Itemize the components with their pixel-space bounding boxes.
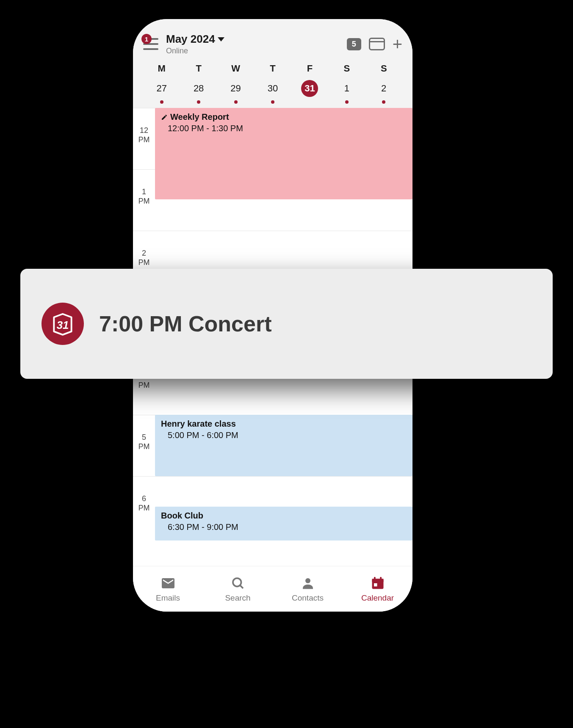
nav-label: Calendar [361, 593, 394, 603]
pencil-icon [161, 114, 168, 121]
event-time: 6:30 PM - 9:00 PM [168, 522, 407, 532]
day-col-sun[interactable]: S 2 [365, 63, 402, 104]
nav-label: Search [225, 593, 250, 603]
svg-rect-4 [372, 579, 383, 582]
day-col-thu[interactable]: T 30 [254, 63, 291, 104]
nav-label: Contacts [292, 593, 324, 603]
day-number: 1 [338, 80, 355, 97]
month-selector[interactable]: May 2024 Online [166, 33, 347, 55]
mail-icon [161, 576, 176, 591]
event-time: 5:00 PM - 6:00 PM [168, 430, 407, 440]
svg-rect-6 [380, 577, 382, 580]
menu-button[interactable]: 1 [143, 38, 163, 50]
event-title: Book Club [161, 511, 407, 521]
header-top-row: 1 May 2024 Online 5 + [143, 33, 402, 55]
calendar-icon [370, 576, 385, 591]
status-text: Online [166, 47, 347, 55]
day-jump-button[interactable]: 5 [347, 38, 361, 50]
chevron-down-icon [218, 37, 224, 41]
view-toggle-button[interactable] [369, 38, 385, 50]
day-number-selected: 31 [301, 80, 318, 97]
hour-label: 6PM [133, 477, 155, 538]
hour-label: 1PM [133, 170, 155, 231]
nav-emails[interactable]: Emails [133, 566, 203, 612]
nav-calendar[interactable]: Calendar [343, 566, 412, 612]
event-title: Henry karate class [161, 419, 407, 429]
hour-label: 5PM [133, 415, 155, 476]
nav-contacts[interactable]: Contacts [273, 566, 343, 612]
svg-rect-5 [374, 577, 376, 580]
day-name: F [291, 63, 328, 74]
day-name: T [254, 63, 291, 74]
hour-label: 12PM [133, 108, 155, 169]
svg-text:31: 31 [57, 319, 69, 331]
day-name: S [328, 63, 365, 74]
day-number: 29 [227, 80, 244, 97]
day-number: 28 [190, 80, 207, 97]
day-col-wed[interactable]: W 29 [217, 63, 254, 104]
person-icon [300, 576, 316, 591]
menu-badge: 1 [141, 34, 152, 44]
svg-rect-7 [374, 583, 377, 587]
event-book-club[interactable]: Book Club 6:30 PM - 9:00 PM [155, 507, 412, 540]
svg-point-0 [233, 578, 241, 587]
header-actions: 5 + [347, 36, 402, 52]
add-event-button[interactable]: + [393, 36, 402, 52]
day-col-fri[interactable]: F 31 [291, 63, 328, 104]
calendar-app-icon: 31 [42, 303, 84, 345]
notification-text: 7:00 PM Concert [99, 311, 271, 336]
svg-point-2 [305, 578, 310, 583]
day-number: 30 [264, 80, 281, 97]
event-dot-icon [234, 100, 238, 104]
day-col-mon[interactable]: M 27 [143, 63, 180, 104]
week-day-row: M 27 T 28 W 29 T 30 F 31 [143, 63, 402, 108]
event-dot-icon [382, 100, 385, 104]
event-dot-icon [271, 100, 274, 104]
event-weekly-report[interactable]: Weekly Report 12:00 PM - 1:30 PM [155, 108, 412, 199]
event-time: 12:00 PM - 1:30 PM [168, 124, 407, 133]
day-number: 2 [375, 80, 392, 97]
month-title: May 2024 [166, 33, 215, 46]
day-number: 27 [153, 80, 170, 97]
day-col-sat[interactable]: S 1 [328, 63, 365, 104]
svg-line-1 [240, 585, 243, 588]
event-karate[interactable]: Henry karate class 5:00 PM - 6:00 PM [155, 415, 412, 476]
day-col-tue[interactable]: T 28 [180, 63, 217, 104]
nav-label: Emails [156, 593, 180, 603]
search-icon [230, 576, 246, 591]
event-title: Weekly Report [161, 112, 407, 122]
notification-banner[interactable]: 31 7:00 PM Concert [20, 269, 553, 379]
nav-search[interactable]: Search [203, 566, 273, 612]
event-dot-icon [197, 100, 200, 104]
day-name: T [180, 63, 217, 74]
day-name: M [143, 63, 180, 74]
event-dot-icon [160, 100, 163, 104]
event-dot-icon [345, 100, 349, 104]
calendar-header: 1 May 2024 Online 5 + M 27 T [133, 19, 412, 108]
bottom-nav: Emails Search Contacts Calendar [133, 566, 412, 612]
day-name: S [365, 63, 402, 74]
day-name: W [217, 63, 254, 74]
